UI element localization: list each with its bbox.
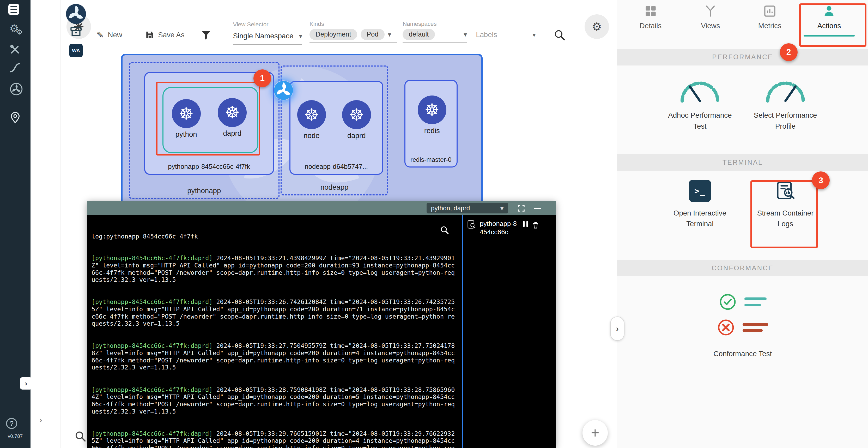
- tab-views[interactable]: Views: [683, 4, 738, 30]
- save-as-button[interactable]: Save As: [145, 31, 184, 39]
- search-button[interactable]: [554, 29, 566, 43]
- conformance-section[interactable]: Conformance Test: [617, 293, 868, 358]
- namespace-chip-default[interactable]: default: [403, 29, 435, 40]
- resource-map-pin-icon[interactable]: [9, 110, 21, 124]
- tab-label: Actions: [817, 22, 841, 30]
- save-icon: [145, 31, 154, 39]
- panel-collapse-chevron[interactable]: ›: [39, 415, 42, 425]
- x-circle-icon: [717, 319, 735, 336]
- tab-actions[interactable]: Actions: [802, 4, 857, 36]
- log-panel-header[interactable]: python, daprd ▾: [87, 201, 556, 215]
- menu-icon-box: [8, 4, 20, 15]
- settings-gears-icon[interactable]: ⚙ ⚙: [9, 23, 19, 34]
- canvas-zoom-icon[interactable]: [74, 430, 87, 443]
- wa-app-icon[interactable]: WA: [69, 44, 83, 57]
- minimize-button[interactable]: [534, 208, 541, 209]
- kind-chip-pod[interactable]: Pod: [361, 29, 384, 40]
- container-label: redis: [424, 126, 440, 135]
- conformance-fail-row: [717, 319, 768, 336]
- pod-nodeapp[interactable]: ☸ node ☸ daprd nodeapp-d64b5747...: [289, 81, 383, 175]
- terminal-items: >_ Open Interactive Terminal Stream Cont…: [617, 171, 868, 260]
- stream-logs-icon: [466, 220, 476, 230]
- wa-label: WA: [69, 44, 83, 57]
- caret-down-icon: ▾: [464, 31, 467, 38]
- annotation-badge-3: 3: [812, 172, 830, 189]
- kubernetes-wheel-icon: ☸: [425, 100, 439, 120]
- tools-icon[interactable]: [9, 43, 21, 56]
- container-label: python: [176, 130, 197, 139]
- deployment-nodeapp[interactable]: ☸ node ☸ daprd nodeapp-d64b5747... nodea…: [281, 65, 388, 196]
- stream-item-name: pythonapp-8454cc66c: [480, 220, 520, 236]
- kinds-control[interactable]: Kinds Deployment Pod ▾: [310, 21, 397, 43]
- filter-button[interactable]: [200, 29, 212, 43]
- container-redis[interactable]: ☸ redis: [412, 95, 451, 135]
- dapr-logo-icon: [65, 3, 87, 25]
- annotation-badge-1: 1: [253, 69, 271, 87]
- fullscreen-button[interactable]: [517, 204, 525, 212]
- container-daprd[interactable]: ☸ daprd: [213, 98, 252, 138]
- pod-redis[interactable]: ☸ redis redis-master-0: [404, 80, 458, 168]
- terminal-icon: >_: [689, 180, 711, 202]
- section-header-performance: PERFORMANCE: [617, 49, 868, 65]
- tab-details[interactable]: Details: [623, 4, 678, 30]
- pod-pythonapp[interactable]: ☸ python ☸ daprd pythonapp-8454cc66c-4f7…: [144, 72, 274, 175]
- container-label: daprd: [347, 131, 366, 140]
- mesh-icon[interactable]: [10, 83, 23, 95]
- delete-stream-button[interactable]: [531, 221, 540, 229]
- log-output[interactable]: log:pythonapp-8454cc66c-4f7fk [pythonapp…: [87, 215, 462, 448]
- gear-icon: ⚙: [592, 21, 602, 32]
- panel-tabs: Details Views Metrics Actions: [617, 0, 868, 49]
- annotation-badge-2: 2: [780, 43, 798, 61]
- labels-filter-control[interactable]: Labels ▾: [476, 31, 536, 43]
- kind-chip-deployment[interactable]: Deployment: [310, 29, 357, 40]
- grid-icon: [644, 4, 657, 18]
- container-node[interactable]: ☸ node: [292, 100, 331, 140]
- help-icon[interactable]: ?: [6, 418, 17, 429]
- kinds-label: Kinds: [310, 21, 397, 27]
- funnel-icon: [200, 29, 212, 41]
- action-open-interactive-terminal[interactable]: >_ Open Interactive Terminal: [657, 171, 743, 260]
- conformance-test-label: Conformance Test: [713, 350, 772, 358]
- action-select-performance-profile[interactable]: Select Performance Profile: [743, 65, 828, 154]
- action-label: Select Performance Profile: [751, 110, 820, 131]
- log-stream-sidebar: pythonapp-8454cc66c: [463, 215, 556, 448]
- plus-icon: +: [591, 424, 599, 441]
- pass-result-lines: [744, 297, 767, 306]
- container-python[interactable]: ☸ python: [167, 99, 206, 139]
- archive-app-icon[interactable]: [69, 25, 83, 38]
- container-selector-dropdown[interactable]: python, daprd ▾: [427, 203, 508, 213]
- chevron-right-icon: ›: [616, 324, 619, 333]
- question-mark-icon: ?: [10, 420, 13, 427]
- curve-icon: [9, 62, 21, 74]
- active-tab-underline: [804, 35, 855, 36]
- log-entry: [pythonapp-8454cc66c-4f7fk:daprd] 2024-0…: [92, 386, 458, 415]
- action-adhoc-performance-test[interactable]: Adhoc Performance Test: [657, 65, 743, 154]
- view-selector-control[interactable]: View Selector Single Namespace ▾: [233, 21, 302, 44]
- conformance-pass-row: [719, 293, 767, 311]
- dapr-logo[interactable]: [65, 3, 87, 25]
- view-selector-label: View Selector: [233, 21, 302, 28]
- expand-sidebar-button[interactable]: ›: [20, 377, 32, 390]
- pod-name-label: pythonapp-8454cc66c-4f7fk: [145, 163, 273, 170]
- pod-name-label: redis-master-0: [405, 156, 457, 163]
- stream-logs-icon: [774, 180, 797, 202]
- menu-icon[interactable]: [8, 4, 20, 15]
- container-label: daprd: [223, 129, 242, 138]
- caret-down-icon: ▾: [500, 204, 504, 212]
- namespaces-control[interactable]: Namespaces default ▾: [403, 21, 467, 43]
- tab-metrics[interactable]: Metrics: [742, 4, 798, 30]
- check-circle-icon: [719, 293, 737, 311]
- kubernetes-wheel-icon: ☸: [179, 104, 194, 123]
- stream-item[interactable]: pythonapp-8454cc66c: [466, 220, 553, 236]
- gauge-icon: [677, 76, 723, 104]
- new-button[interactable]: ✎ New: [96, 31, 122, 39]
- pause-stream-button[interactable]: [523, 221, 528, 227]
- container-daprd[interactable]: ☸ daprd: [337, 100, 376, 140]
- log-search-icon[interactable]: [440, 226, 449, 235]
- add-button[interactable]: +: [583, 420, 608, 446]
- gear-small-icon: ⚙: [17, 29, 23, 36]
- settings-button[interactable]: ⚙: [585, 14, 609, 39]
- new-button-label: New: [108, 31, 122, 39]
- panel-toggle-button[interactable]: ›: [610, 317, 624, 341]
- pipeline-icon[interactable]: [9, 62, 21, 74]
